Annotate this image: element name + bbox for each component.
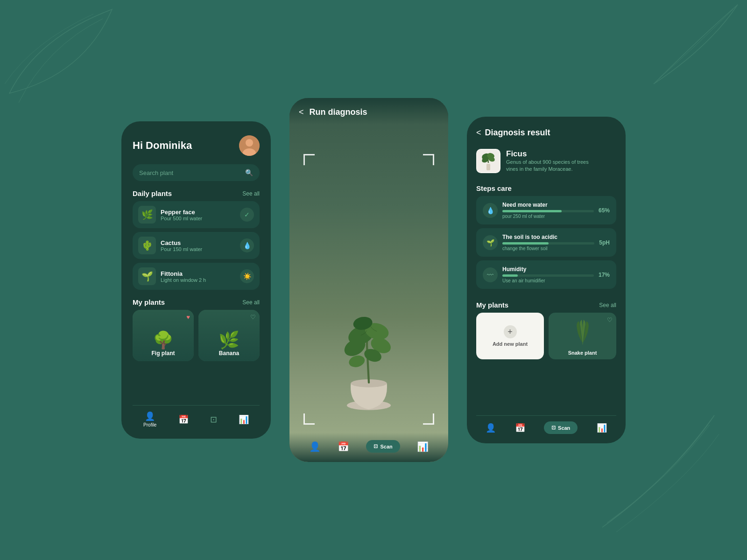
- fig-heart-icon[interactable]: ♥: [186, 314, 190, 321]
- snake-plant-card[interactable]: ♡ Snake plant: [549, 313, 616, 359]
- care-item-soil: 🌱 The soil is too acidic change the flow…: [476, 228, 616, 257]
- scan-corner-tl: [303, 154, 315, 165]
- diag-scan-frame-icon: ⊡: [551, 425, 556, 431]
- diagnosis-plant-name: Ficus: [506, 149, 599, 159]
- diagnosis-header: < Diagnosis result: [476, 128, 616, 138]
- snake-plant-label: Snake plant: [568, 350, 597, 356]
- my-plants-title: My plants: [133, 298, 165, 306]
- diag-nav-chart[interactable]: 📊: [597, 423, 607, 433]
- plant-item-pepper[interactable]: 🌿 Pepper face Pour 500 ml water ✓: [133, 201, 260, 228]
- svg-point-1: [246, 139, 253, 147]
- home-header: Hi Dominika: [133, 135, 260, 156]
- diagnosis-plant-text: Ficus Genus of about 900 species of tree…: [506, 149, 599, 173]
- cam-nav-profile[interactable]: 👤: [309, 441, 321, 452]
- camera-back-button[interactable]: <: [299, 107, 304, 117]
- my-plant-card-fig[interactable]: ♥ 🌳 Fig plant: [133, 310, 194, 361]
- plant-name-cactus: Cactus: [161, 239, 235, 246]
- diagnosis-title: Diagnosis result: [485, 128, 550, 138]
- my-plants-grid: ♥ 🌳 Fig plant ♡ 🌿 Banana: [133, 310, 260, 361]
- diagnosis-plants-grid: + Add new plant ♡ Snake plant: [476, 313, 616, 359]
- daily-plants-title: Daily plants: [133, 189, 172, 197]
- steps-care-title: Steps care: [476, 184, 616, 192]
- soil-icon: 🌱: [486, 239, 494, 246]
- care-details-humidity: Humidity Use an air humidifier: [502, 266, 594, 283]
- water-drop-icon-wrap: 💧: [483, 203, 498, 218]
- care-bar-wrap-water: [502, 210, 594, 212]
- add-plant-card[interactable]: + Add new plant: [476, 313, 544, 359]
- care-item-water: 💧 Need more water pour 250 ml of water 6…: [476, 196, 616, 224]
- plant-item-fittonia[interactable]: 🌱 Fittonia Light on window 2 h ☀️: [133, 263, 260, 290]
- phone-home: Hi Dominika Search plant 🔍 Daily plants: [121, 121, 271, 439]
- my-plants-see-all[interactable]: See all: [242, 299, 260, 306]
- cam-nav-calendar[interactable]: 📅: [338, 441, 349, 452]
- search-placeholder: Search plant: [139, 169, 173, 176]
- steps-care-section: Steps care 💧 Need more water pour 250 ml…: [476, 184, 616, 293]
- ficus-thumb-svg: [477, 150, 500, 172]
- my-plant-card-banana[interactable]: ♡ 🌿 Banana: [198, 310, 260, 361]
- camera-header: < Run diagnosis: [289, 98, 448, 125]
- plant-action-check[interactable]: ✓: [240, 208, 254, 222]
- diagnosis-bottom-nav: 👤 📅 ⊡ Scan 📊: [476, 415, 616, 436]
- profile-label: Profile: [143, 422, 156, 427]
- add-plus-icon: +: [504, 325, 517, 338]
- plant-info-fittonia: Fittonia Light on window 2 h: [161, 270, 235, 283]
- care-sub-soil: change the flower soil: [502, 246, 594, 251]
- plant-name-fittonia: Fittonia: [161, 270, 235, 277]
- diagnosis-back-button[interactable]: <: [476, 128, 481, 138]
- plant-task-pepper: Pour 500 ml water: [161, 216, 235, 221]
- care-bar-wrap-humidity: [502, 274, 594, 277]
- plant-thumb-pepper: 🌿: [138, 206, 156, 224]
- nav-scan[interactable]: ⊡: [210, 414, 217, 425]
- cam-scan-label: Scan: [380, 444, 392, 449]
- cam-scan-button[interactable]: ⊡ Scan: [366, 440, 400, 453]
- snake-heart-icon[interactable]: ♡: [607, 316, 613, 323]
- daily-plants-see-all[interactable]: See all: [242, 190, 260, 197]
- care-name-humidity: Humidity: [502, 266, 594, 273]
- plant-item-cactus[interactable]: 🌵 Cactus Pour 150 ml water 💧: [133, 232, 260, 259]
- care-sub-humidity: Use an air humidifier: [502, 278, 594, 283]
- phone-diagnosis: < Diagnosis result: [467, 117, 626, 443]
- diag-nav-calendar[interactable]: 📅: [515, 423, 525, 433]
- scan-corner-bl: [303, 413, 315, 425]
- cam-nav-chart[interactable]: 📊: [417, 441, 429, 452]
- search-bar[interactable]: Search plant 🔍: [133, 164, 260, 181]
- banana-heart-icon[interactable]: ♡: [250, 314, 256, 321]
- care-details-soil: The soil is too acidic change the flower…: [502, 234, 594, 251]
- plant-thumb-fittonia: 🌱: [138, 267, 156, 285]
- diag-nav-profile[interactable]: 👤: [486, 423, 496, 433]
- diagnosis-plant-info: Ficus Genus of about 900 species of tree…: [476, 144, 616, 178]
- home-bottom-nav: 👤 Profile 📅 ⊡ 📊: [133, 405, 260, 429]
- nav-calendar[interactable]: 📅: [178, 414, 189, 425]
- diagnosis-my-plants-title: My plants: [476, 301, 508, 309]
- care-sub-water: pour 250 ml of water: [502, 214, 594, 219]
- diag-calendar-icon: 📅: [515, 423, 525, 433]
- care-bar-wrap-soil: [502, 242, 594, 245]
- cam-scan-frame-icon: ⊡: [374, 443, 378, 449]
- user-avatar[interactable]: [239, 135, 260, 156]
- plant-action-sun[interactable]: ☀️: [240, 269, 254, 283]
- plant-task-cactus: Pour 150 ml water: [161, 246, 235, 252]
- water-drop-icon: 💧: [486, 207, 494, 214]
- nav-profile[interactable]: 👤 Profile: [143, 411, 156, 427]
- cam-calendar-icon: 📅: [338, 441, 349, 452]
- plant-info-pepper: Pepper face Pour 500 ml water: [161, 209, 235, 221]
- banana-emoji: 🌿: [218, 330, 240, 350]
- greeting-text: Hi Dominika: [133, 140, 192, 152]
- scan-corner-br: [423, 413, 434, 425]
- chart-icon: 📊: [239, 414, 249, 425]
- diagnosis-my-plants-see-all[interactable]: See all: [599, 302, 616, 308]
- search-icon: 🔍: [245, 169, 253, 176]
- plant-action-water[interactable]: 💧: [240, 238, 254, 252]
- nav-chart[interactable]: 📊: [239, 414, 249, 425]
- diag-scan-button[interactable]: ⊡ Scan: [544, 421, 578, 434]
- snake-plant-svg: [569, 317, 597, 350]
- humidity-icon-wrap: 〰: [483, 267, 498, 282]
- care-bar-soil: [502, 242, 549, 245]
- diagnosis-plant-thumb: [476, 149, 500, 173]
- care-value-soil: 5pH: [599, 239, 610, 246]
- add-plant-label: Add new plant: [493, 341, 528, 347]
- scan-frame: [303, 154, 434, 425]
- profile-icon: 👤: [145, 411, 155, 421]
- plant-info-cactus: Cactus Pour 150 ml water: [161, 239, 235, 252]
- humidity-icon: 〰: [487, 271, 493, 279]
